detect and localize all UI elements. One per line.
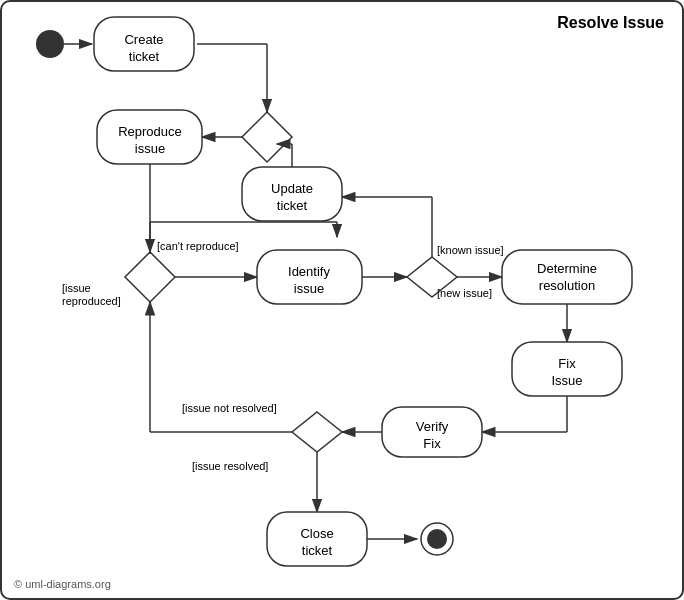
label-new-issue: [new issue] (437, 287, 492, 299)
identify-label2: issue (294, 281, 324, 296)
verify-label2: Fix (423, 436, 441, 451)
label-known-issue: [known issue] (437, 244, 504, 256)
create-ticket-label2: ticket (129, 49, 160, 64)
fix-label2: Issue (551, 373, 582, 388)
label-not-resolved: [issue not resolved] (182, 402, 277, 414)
determine-label2: resolution (539, 278, 595, 293)
update-label1: Update (271, 181, 313, 196)
determine-resolution-node (502, 250, 632, 304)
create-ticket-label: Create (124, 32, 163, 47)
diamond1 (242, 112, 292, 162)
end-node-inner (427, 529, 447, 549)
diamond4 (292, 412, 342, 452)
identify-label1: Identify (288, 264, 330, 279)
label-issue-resolved: [issue resolved] (192, 460, 268, 472)
label-issue-reproduced2: reproduced] (62, 295, 121, 307)
start-node (36, 30, 64, 58)
diagram-container: Resolve Issue © uml-diagrams.org Create … (0, 0, 684, 600)
reproduce-label2: issue (135, 141, 165, 156)
label-cant-reproduce: [can't reproduce] (157, 240, 239, 252)
close-label2: ticket (302, 543, 333, 558)
reproduce-label1: Reproduce (118, 124, 182, 139)
label-issue-reproduced: [issue (62, 282, 91, 294)
fix-label1: Fix (558, 356, 576, 371)
diamond2 (125, 252, 175, 302)
close-label1: Close (300, 526, 333, 541)
determine-label1: Determine (537, 261, 597, 276)
verify-label1: Verify (416, 419, 449, 434)
update-label2: ticket (277, 198, 308, 213)
